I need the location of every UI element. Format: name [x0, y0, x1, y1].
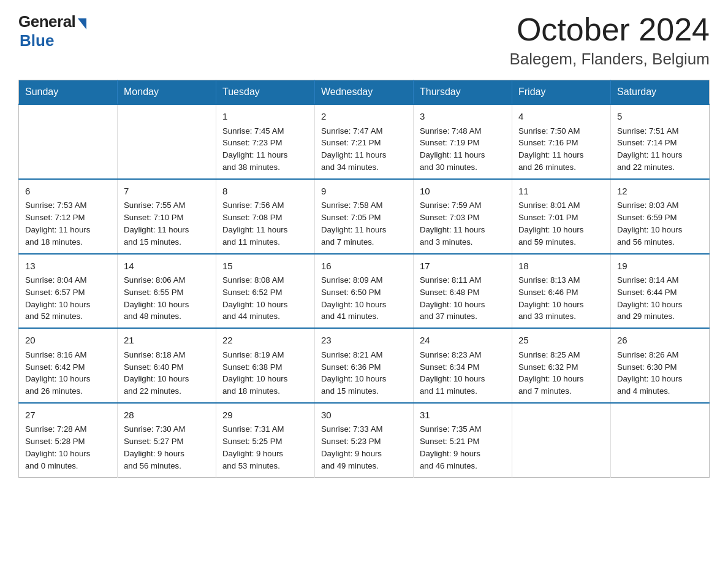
calendar-day-4: 4Sunrise: 7:50 AM Sunset: 7:16 PM Daylig… [512, 104, 611, 179]
day-info: Sunrise: 7:30 AM Sunset: 5:27 PM Dayligh… [124, 423, 210, 472]
calendar-day-20: 20Sunrise: 8:16 AM Sunset: 6:42 PM Dayli… [19, 328, 118, 403]
calendar-day-1: 1Sunrise: 7:45 AM Sunset: 7:23 PM Daylig… [216, 104, 315, 179]
calendar-day-2: 2Sunrise: 7:47 AM Sunset: 7:21 PM Daylig… [315, 104, 414, 179]
day-number: 24 [420, 334, 506, 348]
day-info: Sunrise: 7:55 AM Sunset: 7:10 PM Dayligh… [124, 199, 210, 248]
logo-blue-text: Blue [20, 31, 54, 50]
day-info: Sunrise: 8:08 AM Sunset: 6:52 PM Dayligh… [222, 274, 308, 323]
day-number: 12 [617, 185, 703, 199]
day-info: Sunrise: 8:26 AM Sunset: 6:30 PM Dayligh… [617, 349, 703, 397]
weekday-header-sunday: Sunday [19, 80, 118, 105]
day-info: Sunrise: 8:25 AM Sunset: 6:32 PM Dayligh… [518, 349, 604, 397]
calendar-day-16: 16Sunrise: 8:09 AM Sunset: 6:50 PM Dayli… [315, 254, 414, 329]
calendar-day-19: 19Sunrise: 8:14 AM Sunset: 6:44 PM Dayli… [611, 254, 710, 329]
calendar-day-10: 10Sunrise: 7:59 AM Sunset: 7:03 PM Dayli… [414, 179, 512, 254]
calendar-day-25: 25Sunrise: 8:25 AM Sunset: 6:32 PM Dayli… [512, 328, 611, 403]
logo-general-text: General [18, 12, 75, 31]
calendar-day-5: 5Sunrise: 7:51 AM Sunset: 7:14 PM Daylig… [611, 104, 710, 179]
calendar-empty-cell [611, 403, 710, 477]
calendar-day-26: 26Sunrise: 8:26 AM Sunset: 6:30 PM Dayli… [611, 328, 710, 403]
day-info: Sunrise: 8:18 AM Sunset: 6:40 PM Dayligh… [124, 349, 210, 397]
day-number: 29 [222, 408, 308, 423]
calendar-day-14: 14Sunrise: 8:06 AM Sunset: 6:55 PM Dayli… [118, 254, 216, 329]
calendar-week-row: 20Sunrise: 8:16 AM Sunset: 6:42 PM Dayli… [19, 328, 710, 403]
day-info: Sunrise: 7:58 AM Sunset: 7:05 PM Dayligh… [321, 199, 407, 248]
weekday-header-friday: Friday [512, 80, 611, 105]
day-number: 14 [124, 259, 210, 274]
day-number: 5 [617, 110, 703, 124]
day-info: Sunrise: 8:11 AM Sunset: 6:48 PM Dayligh… [420, 274, 506, 323]
calendar-day-22: 22Sunrise: 8:19 AM Sunset: 6:38 PM Dayli… [216, 328, 315, 403]
calendar-day-13: 13Sunrise: 8:04 AM Sunset: 6:57 PM Dayli… [19, 254, 118, 329]
calendar-day-31: 31Sunrise: 7:35 AM Sunset: 5:21 PM Dayli… [414, 403, 512, 477]
day-number: 3 [420, 110, 506, 124]
location-title: Balegem, Flanders, Belgium [509, 50, 710, 69]
day-number: 25 [518, 334, 604, 348]
day-number: 20 [25, 334, 111, 348]
day-info: Sunrise: 8:04 AM Sunset: 6:57 PM Dayligh… [25, 274, 111, 323]
day-info: Sunrise: 7:47 AM Sunset: 7:21 PM Dayligh… [321, 125, 407, 174]
day-number: 13 [25, 259, 111, 274]
weekday-header-monday: Monday [118, 80, 216, 105]
day-info: Sunrise: 8:09 AM Sunset: 6:50 PM Dayligh… [321, 274, 407, 323]
calendar-week-row: 13Sunrise: 8:04 AM Sunset: 6:57 PM Dayli… [19, 254, 710, 329]
calendar-day-11: 11Sunrise: 8:01 AM Sunset: 7:01 PM Dayli… [512, 179, 611, 254]
weekday-header-tuesday: Tuesday [216, 80, 315, 105]
day-info: Sunrise: 8:01 AM Sunset: 7:01 PM Dayligh… [518, 199, 604, 248]
calendar-day-6: 6Sunrise: 7:53 AM Sunset: 7:12 PM Daylig… [19, 179, 118, 254]
day-info: Sunrise: 7:45 AM Sunset: 7:23 PM Dayligh… [222, 125, 308, 174]
day-info: Sunrise: 7:28 AM Sunset: 5:28 PM Dayligh… [25, 423, 111, 472]
day-info: Sunrise: 8:14 AM Sunset: 6:44 PM Dayligh… [617, 274, 703, 323]
calendar-day-3: 3Sunrise: 7:48 AM Sunset: 7:19 PM Daylig… [414, 104, 512, 179]
day-number: 27 [25, 408, 111, 423]
calendar-day-18: 18Sunrise: 8:13 AM Sunset: 6:46 PM Dayli… [512, 254, 611, 329]
day-number: 22 [222, 334, 308, 348]
day-number: 7 [124, 185, 210, 199]
day-info: Sunrise: 8:19 AM Sunset: 6:38 PM Dayligh… [222, 349, 308, 397]
calendar-day-28: 28Sunrise: 7:30 AM Sunset: 5:27 PM Dayli… [118, 403, 216, 477]
day-number: 1 [222, 110, 308, 124]
calendar-day-15: 15Sunrise: 8:08 AM Sunset: 6:52 PM Dayli… [216, 254, 315, 329]
day-number: 16 [321, 259, 407, 274]
day-number: 21 [124, 334, 210, 348]
day-info: Sunrise: 7:48 AM Sunset: 7:19 PM Dayligh… [420, 125, 506, 174]
day-number: 28 [124, 408, 210, 423]
calendar-empty-cell [19, 104, 118, 179]
day-info: Sunrise: 7:59 AM Sunset: 7:03 PM Dayligh… [420, 199, 506, 248]
day-info: Sunrise: 7:51 AM Sunset: 7:14 PM Dayligh… [617, 125, 703, 174]
day-number: 30 [321, 408, 407, 423]
day-number: 11 [518, 185, 604, 199]
day-info: Sunrise: 8:21 AM Sunset: 6:36 PM Dayligh… [321, 349, 407, 397]
day-info: Sunrise: 8:23 AM Sunset: 6:34 PM Dayligh… [420, 349, 506, 397]
day-number: 26 [617, 334, 703, 348]
calendar-day-27: 27Sunrise: 7:28 AM Sunset: 5:28 PM Dayli… [19, 403, 118, 477]
calendar-day-7: 7Sunrise: 7:55 AM Sunset: 7:10 PM Daylig… [118, 179, 216, 254]
calendar-day-24: 24Sunrise: 8:23 AM Sunset: 6:34 PM Dayli… [414, 328, 512, 403]
day-info: Sunrise: 7:53 AM Sunset: 7:12 PM Dayligh… [25, 199, 111, 248]
calendar-day-30: 30Sunrise: 7:33 AM Sunset: 5:23 PM Dayli… [315, 403, 414, 477]
calendar-week-row: 6Sunrise: 7:53 AM Sunset: 7:12 PM Daylig… [19, 179, 710, 254]
day-number: 10 [420, 185, 506, 199]
calendar-header-row: SundayMondayTuesdayWednesdayThursdayFrid… [19, 80, 710, 105]
day-info: Sunrise: 8:06 AM Sunset: 6:55 PM Dayligh… [124, 274, 210, 323]
logo: General Blue [18, 12, 86, 50]
day-number: 23 [321, 334, 407, 348]
calendar-empty-cell [512, 403, 611, 477]
calendar-week-row: 27Sunrise: 7:28 AM Sunset: 5:28 PM Dayli… [19, 403, 710, 477]
calendar-day-17: 17Sunrise: 8:11 AM Sunset: 6:48 PM Dayli… [414, 254, 512, 329]
day-info: Sunrise: 8:13 AM Sunset: 6:46 PM Dayligh… [518, 274, 604, 323]
day-number: 18 [518, 259, 604, 274]
calendar-table: SundayMondayTuesdayWednesdayThursdayFrid… [18, 80, 710, 477]
weekday-header-wednesday: Wednesday [315, 80, 414, 105]
calendar-day-29: 29Sunrise: 7:31 AM Sunset: 5:25 PM Dayli… [216, 403, 315, 477]
calendar-day-21: 21Sunrise: 8:18 AM Sunset: 6:40 PM Dayli… [118, 328, 216, 403]
day-info: Sunrise: 8:16 AM Sunset: 6:42 PM Dayligh… [25, 349, 111, 397]
day-number: 31 [420, 408, 506, 423]
day-number: 15 [222, 259, 308, 274]
calendar-day-9: 9Sunrise: 7:58 AM Sunset: 7:05 PM Daylig… [315, 179, 414, 254]
day-number: 8 [222, 185, 308, 199]
day-number: 6 [25, 185, 111, 199]
calendar-day-8: 8Sunrise: 7:56 AM Sunset: 7:08 PM Daylig… [216, 179, 315, 254]
calendar-day-12: 12Sunrise: 8:03 AM Sunset: 6:59 PM Dayli… [611, 179, 710, 254]
day-number: 19 [617, 259, 703, 274]
